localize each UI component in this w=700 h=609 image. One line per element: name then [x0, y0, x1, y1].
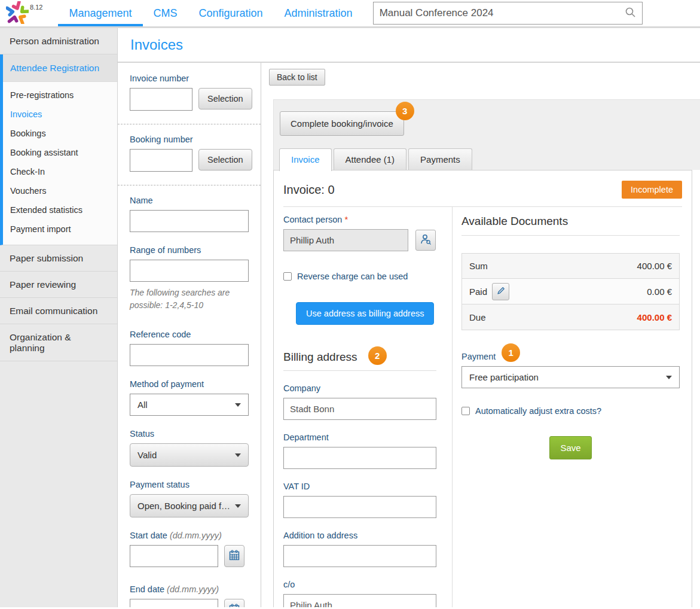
table-row-sum: Sum 400.00 € [461, 253, 680, 279]
sidebar-item-payment-import[interactable]: Payment import [3, 220, 117, 239]
use-address-as-billing-button[interactable]: Use address as billing address [296, 302, 434, 325]
calendar-icon [228, 603, 240, 607]
person-search-icon [420, 233, 432, 248]
step-badge-2: 2 [368, 346, 387, 365]
reverse-charge-checkbox[interactable] [283, 272, 292, 281]
app-logo[interactable]: 8.12 [6, 1, 42, 26]
contact-person-field[interactable] [283, 229, 408, 251]
sidebar-item-organization-planning[interactable]: Organization & planning [0, 324, 117, 361]
conference-search-input[interactable] [380, 7, 625, 19]
filter-reference-code: Reference code [130, 330, 249, 366]
invoice-number-input[interactable] [130, 88, 192, 111]
addition-to-address-field[interactable] [283, 545, 436, 567]
search-icon[interactable] [625, 7, 636, 20]
co-field[interactable] [283, 594, 436, 607]
start-date-label: Start date (dd.mm.yyyy) [130, 531, 249, 540]
sidebar-item-bookings[interactable]: Bookings [3, 124, 117, 143]
range-of-numbers-input[interactable] [130, 260, 249, 282]
app-version: 8.12 [30, 4, 42, 11]
sidebar-item-paper-submission[interactable]: Paper submission [0, 245, 117, 272]
sidebar-item-pre-registrations[interactable]: Pre-registrations [3, 86, 117, 105]
divider [118, 124, 261, 124]
main-area: Back to list Complete booking/invoice 3 … [261, 63, 700, 607]
end-date-calendar-button[interactable] [224, 599, 244, 607]
payment-status-label: Payment status [130, 480, 249, 489]
adjust-extra-costs-label: Automatically adjust extra costs? [475, 406, 601, 416]
nav-item-cms[interactable]: CMS [143, 0, 188, 26]
range-of-numbers-label: Range of numbers [130, 245, 249, 255]
filter-status: Status Valid [130, 429, 249, 467]
status-value: Valid [137, 450, 157, 460]
filter-payment-status: Payment status Open, Booking paid for, … [130, 480, 249, 517]
sidebar-item-paper-reviewing[interactable]: Paper reviewing [0, 272, 117, 298]
filter-name: Name [130, 196, 249, 232]
invoice-action-panel: Complete booking/invoice 3 Invoice Atten… [273, 99, 700, 170]
step-badge-3: 3 [396, 102, 414, 120]
vat-id-field[interactable] [283, 496, 436, 518]
method-of-payment-select[interactable]: All [130, 394, 249, 416]
sum-value: 400.00 € [637, 261, 672, 271]
nav-item-administration[interactable]: Administration [274, 0, 363, 26]
end-date-input[interactable] [130, 599, 218, 607]
sum-label: Sum [469, 261, 488, 271]
status-label: Status [130, 429, 249, 439]
page-title: Invoices [130, 36, 183, 53]
invoice-tabs: Invoice Attendee (1) Payments [279, 148, 700, 170]
payment-status-select[interactable]: Open, Booking paid for, … [130, 494, 249, 517]
tab-attendee[interactable]: Attendee (1) [334, 148, 407, 170]
tab-invoice[interactable]: Invoice [279, 148, 332, 171]
filter-panel: Invoice number Selection Booking number … [118, 63, 261, 607]
back-to-list-button[interactable]: Back to list [269, 69, 325, 86]
page-title-bar: Invoices [118, 28, 700, 63]
sidebar-item-attendee-registration[interactable]: Attendee Registration [3, 54, 117, 82]
payment-select[interactable]: Free participation [461, 366, 680, 388]
sidebar-item-email-communication[interactable]: Email communication [0, 298, 117, 324]
save-button[interactable]: Save [549, 436, 591, 459]
status-select[interactable]: Valid [130, 443, 249, 467]
sidebar-item-person-administration[interactable]: Person administration [0, 28, 117, 54]
company-field[interactable] [283, 398, 436, 420]
edit-paid-button[interactable] [492, 283, 509, 300]
name-label: Name [130, 196, 249, 205]
name-input[interactable] [130, 210, 249, 232]
available-documents-heading: Available Documents [461, 215, 680, 228]
invoice-number-selection-button[interactable]: Selection [198, 88, 252, 109]
status-badge: Incomplete [622, 181, 682, 199]
department-label: Department [283, 433, 436, 442]
adjust-extra-costs-checkbox[interactable] [461, 407, 470, 415]
nav-item-management[interactable]: Management [58, 0, 142, 26]
start-date-input[interactable] [130, 545, 218, 567]
sidebar-item-booking-assistant[interactable]: Booking assistant [3, 143, 117, 162]
filter-booking-number: Booking number Selection [130, 135, 249, 172]
range-hint-text: The following searches are possible: 1-2… [130, 287, 249, 312]
tab-payments[interactable]: Payments [408, 148, 472, 170]
sidebar-item-check-in[interactable]: Check-In [3, 162, 117, 181]
invoice-title: Invoice: 0 [283, 183, 335, 197]
chevron-down-icon [235, 453, 241, 457]
start-date-calendar-button[interactable] [224, 545, 244, 567]
conference-search [373, 2, 643, 25]
select-person-button[interactable] [415, 230, 436, 251]
booking-number-input[interactable] [130, 149, 192, 172]
divider [461, 235, 680, 236]
company-label: Company [283, 383, 436, 393]
sidebar-item-vouchers[interactable]: Vouchers [3, 181, 117, 200]
invoice-number-label: Invoice number [130, 74, 249, 83]
department-field[interactable] [283, 447, 436, 469]
payment-status-value: Open, Booking paid for, … [137, 501, 233, 511]
contact-person-label: Contact person * [283, 215, 436, 224]
reference-code-input[interactable] [130, 344, 249, 366]
nav-item-configuration[interactable]: Configuration [188, 0, 274, 26]
sidebar-item-extended-statistics[interactable]: Extended statistics [3, 200, 117, 220]
filter-start-date: Start date (dd.mm.yyyy) [130, 531, 249, 567]
due-label: Due [469, 312, 486, 322]
method-of-payment-value: All [137, 400, 148, 410]
sidebar-group-attendee-registration: Attendee Registration Pre-registrations … [0, 54, 117, 245]
calendar-icon [228, 549, 240, 563]
complete-booking-invoice-button[interactable]: Complete booking/invoice [280, 111, 404, 136]
billing-address-heading: Billing address [283, 351, 357, 364]
payment-label: Payment [461, 352, 496, 361]
main-nav-links: Management CMS Configuration Administrat… [58, 0, 363, 26]
booking-number-selection-button[interactable]: Selection [198, 149, 252, 170]
sidebar-item-invoices[interactable]: Invoices [3, 105, 117, 124]
